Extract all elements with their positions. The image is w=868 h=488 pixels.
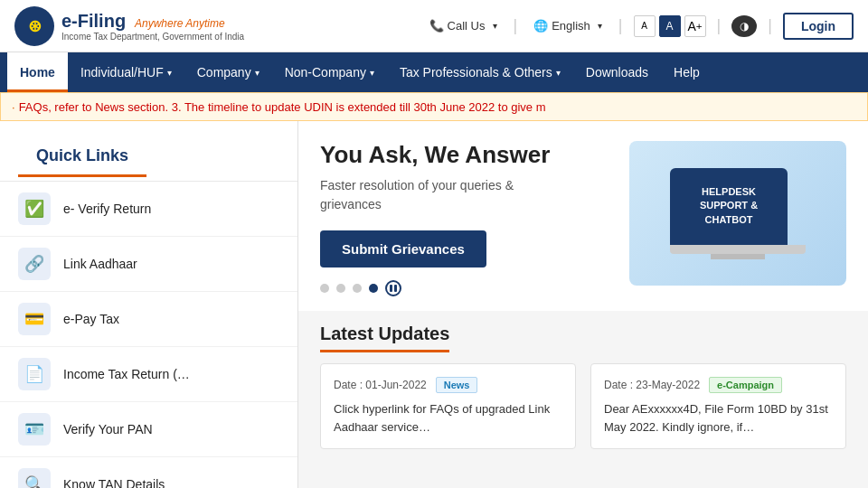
nav-item-individual[interactable]: Individual/HUF ▾ — [68, 52, 184, 92]
hero-text: You Ask, We Answer Faster resolution of … — [320, 141, 611, 296]
updates-grid: Date : 01-Jun-2022 News Click hyperlink … — [320, 363, 846, 449]
pan-icon: 🪪 — [18, 413, 51, 446]
update-card-2: Date : 23-May-2022 e-Campaign Dear AExxx… — [590, 363, 846, 449]
nav-item-non-company[interactable]: Non-Company ▾ — [272, 52, 387, 92]
laptop-graphic: HELPDESKSUPPORT &CHATBOT — [670, 168, 806, 259]
chevron-down-icon: ▾ — [598, 21, 602, 31]
update-date-2: Date : 23-May-2022 — [604, 379, 700, 391]
nav-item-home[interactable]: Home — [7, 52, 68, 92]
nav-item-downloads[interactable]: Downloads — [573, 52, 661, 92]
font-large-button[interactable]: A+ — [684, 15, 706, 37]
update-meta-1: Date : 01-Jun-2022 News — [334, 377, 562, 393]
font-size-controls: A A A+ — [634, 15, 706, 37]
update-badge-news: News — [436, 377, 478, 393]
laptop-screen: HELPDESKSUPPORT &CHATBOT — [670, 168, 788, 245]
chevron-down-icon: ▾ — [167, 68, 172, 78]
update-meta-2: Date : 23-May-2022 e-Campaign — [604, 377, 833, 393]
divider: | — [618, 16, 623, 35]
sidebar-item-everify[interactable]: ✅ e- Verify Return — [0, 182, 297, 237]
hero-section: You Ask, We Answer Faster resolution of … — [298, 121, 868, 311]
carousel-dot-3[interactable] — [353, 284, 362, 293]
update-card-1: Date : 01-Jun-2022 News Click hyperlink … — [320, 363, 576, 449]
carousel-dot-4[interactable] — [369, 284, 378, 293]
ticker-dot: · — [12, 100, 15, 114]
divider: | — [768, 16, 772, 35]
logo-text: e-Filing Anywhere Anytime Income Tax Dep… — [61, 11, 244, 42]
chevron-down-icon: ▾ — [556, 68, 561, 78]
sidebar-item-epay[interactable]: 💳 e-Pay Tax — [0, 292, 297, 347]
logo-title: e-Filing Anywhere Anytime — [61, 11, 244, 32]
globe-icon: 🌐 — [533, 19, 548, 33]
link-aadhaar-icon: 🔗 — [18, 248, 51, 280]
main-nav: Home Individual/HUF ▾ Company ▾ Non-Comp… — [0, 52, 868, 92]
laptop-stand — [711, 254, 765, 259]
font-small-button[interactable]: A — [634, 15, 656, 37]
tan-icon: 🔍 — [18, 468, 51, 488]
latest-updates-title: Latest Updates — [320, 324, 449, 352]
update-badge-ecampaign: e-Campaign — [709, 377, 782, 393]
itr-icon: 📄 — [18, 358, 51, 390]
news-ticker: · FAQs, refer to News section. 3. The ti… — [0, 92, 868, 121]
update-date-1: Date : 01-Jun-2022 — [334, 379, 427, 391]
logo-emblem: ⊛ — [14, 6, 54, 46]
sidebar-item-know-tan[interactable]: 🔍 Know TAN Details — [0, 457, 297, 488]
nav-item-company[interactable]: Company ▾ — [184, 52, 272, 92]
contrast-icon: ◑ — [740, 20, 749, 33]
sidebar-item-verify-pan[interactable]: 🪪 Verify Your PAN — [0, 402, 297, 457]
ticker-text: FAQs, refer to News section. 3. The time… — [19, 100, 546, 114]
language-button[interactable]: 🌐 English ▾ — [528, 15, 608, 36]
right-content: You Ask, We Answer Faster resolution of … — [298, 121, 868, 488]
hero-image: HELPDESKSUPPORT &CHATBOT — [629, 141, 846, 286]
sidebar-title-wrap: Quick Links — [0, 121, 297, 182]
chevron-down-icon: ▾ — [255, 68, 259, 78]
font-medium-button[interactable]: A — [659, 15, 681, 37]
carousel-dot-1[interactable] — [320, 284, 329, 293]
verify-return-icon: ✅ — [18, 192, 51, 225]
hero-subtitle: Faster resolution of your queries &griev… — [320, 176, 611, 214]
pause-bar-right — [394, 285, 397, 292]
chevron-down-icon: ▾ — [370, 68, 374, 78]
submit-grievances-button[interactable]: Submit Grievances — [320, 230, 486, 267]
sidebar-item-link-aadhaar[interactable]: 🔗 Link Aadhaar — [0, 237, 297, 292]
laptop-base — [670, 245, 806, 254]
latest-section: Latest Updates Date : 01-Jun-2022 News C… — [298, 311, 868, 488]
main-content: Quick Links ✅ e- Verify Return 🔗 Link Aa… — [0, 121, 868, 488]
nav-item-help[interactable]: Help — [661, 52, 712, 92]
login-button[interactable]: Login — [783, 13, 854, 40]
carousel-dots — [320, 280, 611, 296]
sidebar: Quick Links ✅ e- Verify Return 🔗 Link Aa… — [0, 121, 298, 488]
nav-item-tax-professionals[interactable]: Tax Professionals & Others ▾ — [387, 52, 573, 92]
call-us-button[interactable]: 📞 Call Us ▾ — [424, 15, 503, 36]
contrast-button[interactable]: ◑ — [731, 15, 757, 37]
sidebar-title: Quick Links — [18, 134, 146, 177]
header: ⊛ e-Filing Anywhere Anytime Income Tax D… — [0, 0, 868, 52]
divider: | — [514, 16, 518, 35]
logo-dept: Income Tax Department, Government of Ind… — [61, 32, 244, 42]
logo-area: ⊛ e-Filing Anywhere Anytime Income Tax D… — [14, 6, 244, 46]
carousel-pause-button[interactable] — [385, 280, 401, 296]
header-controls: 📞 Call Us ▾ | 🌐 English ▾ | A A A+ | ◑ |… — [424, 13, 854, 40]
pause-bar-left — [390, 285, 392, 292]
phone-icon: 📞 — [429, 19, 444, 33]
update-text-1: Click hyperlink for FAQs of upgraded Lin… — [334, 400, 562, 436]
carousel-dot-2[interactable] — [336, 284, 345, 293]
epay-icon: 💳 — [18, 303, 51, 335]
sidebar-item-itr[interactable]: 📄 Income Tax Return (… — [0, 347, 297, 402]
update-text-2: Dear AExxxxxx4D, File Form 10BD by 31st … — [604, 400, 833, 436]
divider: | — [717, 16, 722, 35]
hero-title: You Ask, We Answer — [320, 141, 611, 169]
chevron-down-icon: ▾ — [493, 21, 497, 31]
